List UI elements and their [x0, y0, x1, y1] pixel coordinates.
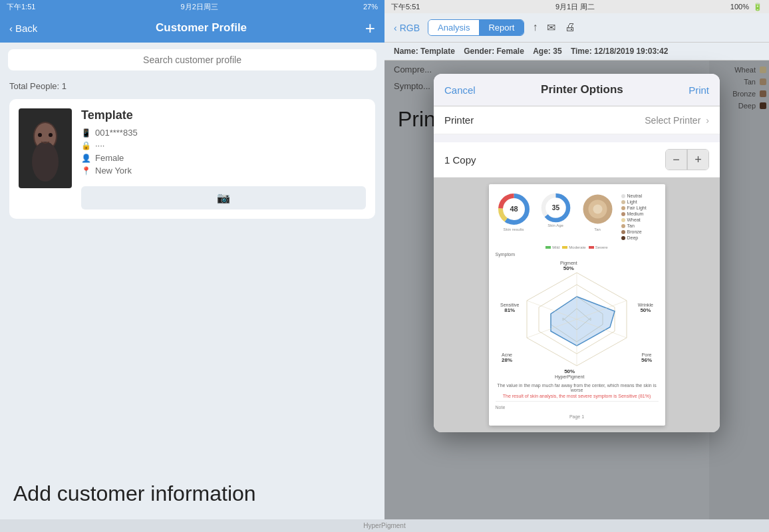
skin-score-chart: 48 Skin results	[496, 191, 532, 227]
legend-fair-light: Fair Light	[621, 205, 659, 210]
right-status-bar: 下午5:51 9月1日 周二 100% 🔋	[384, 0, 769, 13]
search-input[interactable]	[8, 49, 377, 70]
gender-label: Gender:	[464, 47, 496, 56]
legend-deep-l: Deep	[621, 235, 659, 240]
tab-group: Analysis Report	[428, 19, 524, 36]
bottom-label-area: HyperPigment	[0, 519, 769, 532]
back-arrow-icon: ‹	[394, 23, 397, 33]
customer-gender: Female	[95, 153, 124, 163]
age-value: 35	[553, 47, 561, 56]
add-button[interactable]: +	[365, 19, 375, 37]
hyperpigment-val: 50%	[555, 368, 584, 374]
battery-icon: 🔋	[753, 3, 762, 11]
preview-note-section: Note	[496, 401, 659, 410]
chevron-right-icon: ›	[706, 115, 709, 126]
left-nav-bar: ‹ Back Customer Profile +	[0, 13, 384, 43]
dialog-header: Cancel Printer Options Print	[434, 74, 720, 106]
acne-text: Acne	[502, 352, 512, 357]
print-icon[interactable]: 🖨	[565, 21, 575, 34]
svg-text:35: 35	[551, 204, 559, 211]
name-label: Name:	[394, 47, 420, 56]
name-value: Template	[420, 47, 455, 56]
skin-results-label: Skin results	[496, 227, 532, 231]
pore-val: 56%	[641, 357, 652, 363]
print-button[interactable]: Print	[689, 84, 709, 96]
right-info-bar: Name: Template Gender: Female Age: 35 Ti…	[384, 43, 769, 61]
increment-button[interactable]: +	[687, 150, 708, 170]
cancel-button[interactable]: Cancel	[444, 84, 476, 96]
svg-point-2	[32, 142, 59, 182]
printer-row[interactable]: Printer Select Printer ›	[434, 106, 720, 134]
sensitive-text: Sensitive	[500, 303, 519, 307]
customer-photo-svg	[25, 115, 65, 182]
hyperpigment-label: 50% HyperPigment	[555, 368, 584, 379]
legend-tan-l: Tan	[621, 223, 659, 228]
customer-info: Template 📱 001****835 🔒 ···· 👤 Female 📍 …	[81, 108, 366, 209]
tab-analysis[interactable]: Analysis	[428, 20, 479, 35]
customer-location: New York	[95, 166, 132, 176]
back-label: Back	[15, 23, 37, 34]
legend-bronze-l: Bronze	[621, 229, 659, 234]
svg-point-15	[593, 205, 602, 214]
printer-dialog: Cancel Printer Options Print Printer Sel…	[434, 74, 720, 432]
back-button[interactable]: ‹ Back	[9, 23, 37, 34]
print-preview: 48 Skin results 35	[434, 178, 720, 432]
symptom-section-label: Symptom	[496, 252, 659, 257]
select-printer-text: Select Printer	[645, 115, 700, 126]
copies-label: 1 Copy	[444, 154, 665, 166]
mail-icon[interactable]: ✉	[547, 21, 555, 34]
search-container	[0, 43, 384, 77]
acne-val: 28%	[502, 357, 512, 363]
left-bottom-label: Add customer information	[13, 481, 256, 506]
tab-report[interactable]: Report	[479, 20, 524, 35]
radar-chart	[500, 259, 653, 379]
legend-light: Light	[621, 200, 659, 204]
copies-stepper: − +	[665, 149, 709, 170]
preview-note: The value in the map much far away from …	[496, 383, 659, 392]
svg-point-4	[49, 133, 53, 137]
wrinkle-text: Wrinkle	[638, 303, 653, 307]
preview-note-red: The result of skin analysis, the most se…	[496, 394, 659, 398]
left-battery: 27%	[363, 3, 378, 11]
customer-card: Template 📱 001****835 🔒 ···· 👤 Female 📍 …	[9, 99, 375, 219]
right-body: Compre... Sympto... Printer report Wheat…	[384, 61, 769, 519]
camera-button[interactable]: 📷	[81, 186, 366, 209]
skin-age-chart: 35 Skin Age	[538, 191, 574, 227]
legend-wheat-l: Wheat	[621, 217, 659, 222]
skin-age-label: Skin Age	[547, 223, 563, 227]
left-panel: ‹ Back Customer Profile + Total People: …	[0, 13, 384, 519]
preview-top-row: 48 Skin results 35	[496, 191, 659, 240]
total-people-label: Total People: 1	[0, 77, 384, 95]
customer-id: 001****835	[95, 128, 138, 138]
legend-medium: Medium	[621, 211, 659, 216]
camera-icon: 📷	[217, 192, 230, 204]
rgb-label: RGB	[400, 23, 420, 33]
share-icon[interactable]: ↑	[532, 21, 538, 34]
pore-text: Pore	[641, 352, 652, 357]
dialog-overlay: Cancel Printer Options Print Printer Sel…	[384, 61, 769, 519]
note-label: Note	[496, 405, 506, 410]
decrement-button[interactable]: −	[666, 150, 687, 170]
right-date: 9月1日 周二	[555, 2, 595, 12]
rgb-back-button[interactable]: ‹ RGB	[394, 23, 420, 33]
pigment-text: Pigment	[560, 261, 577, 265]
tan-label-preview: Tan	[579, 227, 616, 231]
copies-row: 1 Copy − +	[434, 142, 720, 178]
radar-container: Pigment 50% Sensitive 81% Wrinkle	[496, 259, 659, 379]
tan-legend: Neutral Light Fair Light M	[621, 191, 659, 240]
sensitive-label: Sensitive 81%	[500, 303, 519, 313]
customer-password-row: 🔒 ····	[81, 140, 366, 150]
lock-icon: 🔒	[81, 141, 91, 150]
customer-gender-row: 👤 Female	[81, 153, 366, 163]
phone-icon: 📱	[81, 128, 91, 138]
pigment-label: Pigment 50%	[560, 261, 577, 271]
pigment-val: 50%	[560, 265, 577, 271]
sensitive-val: 81%	[500, 307, 519, 313]
right-nav-bar: ‹ RGB Analysis Report ↑ ✉ 🖨	[384, 13, 769, 43]
location-icon: 📍	[81, 166, 91, 176]
acne-label: Acne 28%	[502, 352, 512, 363]
svg-point-3	[38, 133, 42, 137]
age-label: Age:	[533, 47, 553, 56]
right-toolbar-icons: ↑ ✉ 🖨	[532, 21, 575, 34]
time-value: 12/18/2019 19:03:42	[594, 47, 668, 56]
